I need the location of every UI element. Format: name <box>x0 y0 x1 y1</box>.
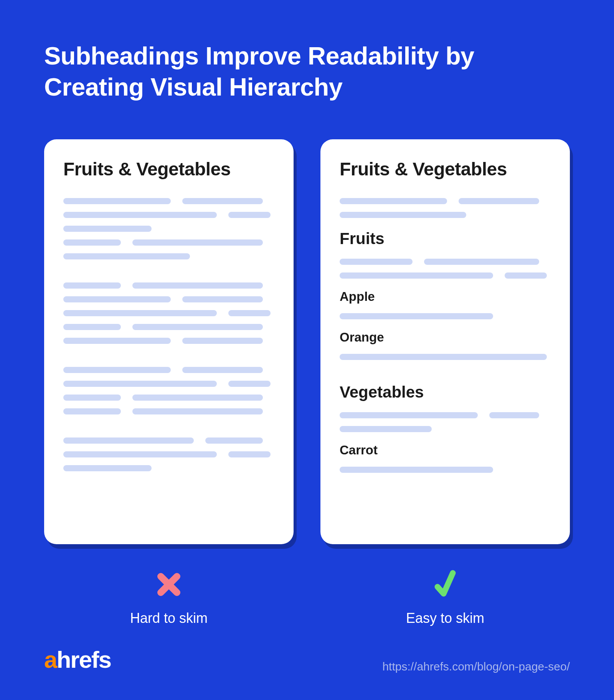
placeholder-line <box>63 438 274 444</box>
placeholder-line <box>340 272 551 279</box>
placeholder-line <box>63 324 274 330</box>
placeholder-line <box>63 408 274 414</box>
comparison-cards: Fruits & Vegetables <box>44 139 570 544</box>
placeholder-line <box>340 467 551 473</box>
placeholder-line <box>63 338 274 344</box>
card-title-left: Fruits & Vegetables <box>63 158 274 180</box>
caption-row: Hard to skim Easy to skim <box>44 571 570 626</box>
caption-left-col: Hard to skim <box>44 571 294 626</box>
subheading-carrot: Carrot <box>340 443 551 457</box>
placeholder-line <box>340 354 551 360</box>
placeholder-line <box>63 282 274 289</box>
placeholder-line <box>63 253 274 259</box>
subheading-vegetables: Vegetables <box>340 383 551 401</box>
card-easy-to-skim: Fruits & Vegetables Fruits Apple Orange … <box>320 139 570 544</box>
placeholder-line <box>340 313 551 319</box>
placeholder-line <box>340 198 551 204</box>
placeholder-line <box>63 226 274 232</box>
cross-icon <box>156 571 182 598</box>
ahrefs-logo: ahrefs <box>44 646 111 673</box>
placeholder-line <box>63 465 274 471</box>
placeholder-line <box>63 198 274 204</box>
placeholder-line <box>340 212 551 218</box>
placeholder-line <box>63 310 274 316</box>
caption-right-col: Easy to skim <box>320 571 570 626</box>
subheading-apple: Apple <box>340 289 551 304</box>
footer: ahrefs https://ahrefs.com/blog/on-page-s… <box>44 646 570 673</box>
placeholder-line <box>63 451 274 457</box>
card-title-right: Fruits & Vegetables <box>340 158 551 180</box>
subheading-fruits: Fruits <box>340 229 551 248</box>
card-hard-to-skim: Fruits & Vegetables <box>44 139 294 544</box>
page-title: Subheadings Improve Readability by Creat… <box>44 40 570 103</box>
logo-rest: hrefs <box>56 646 111 673</box>
check-icon <box>434 571 457 598</box>
placeholder-line <box>63 239 274 246</box>
placeholder-line <box>63 296 274 302</box>
placeholder-line <box>340 259 551 265</box>
caption-right: Easy to skim <box>406 610 484 626</box>
placeholder-line <box>340 426 551 432</box>
subheading-orange: Orange <box>340 330 551 345</box>
placeholder-line <box>340 412 551 418</box>
placeholder-line <box>63 367 274 373</box>
placeholder-line <box>63 381 274 387</box>
source-url: https://ahrefs.com/blog/on-page-seo/ <box>382 660 570 673</box>
logo-letter-a: a <box>44 646 56 673</box>
placeholder-line <box>63 395 274 401</box>
caption-left: Hard to skim <box>130 610 208 626</box>
placeholder-line <box>63 212 274 218</box>
